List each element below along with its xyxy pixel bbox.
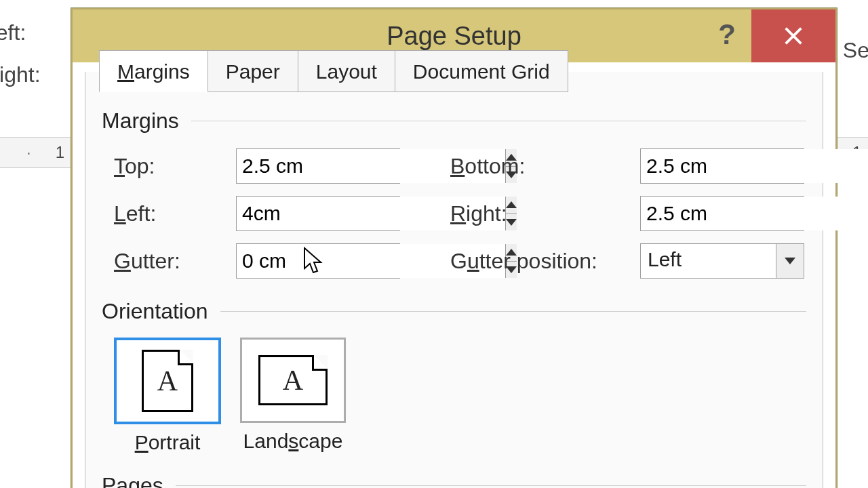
chevron-down-icon	[785, 258, 795, 264]
label-left: Left:	[114, 201, 236, 226]
right-input[interactable]	[641, 197, 868, 230]
tab-strip: Margins Paper Layout Document Grid	[99, 50, 568, 92]
tab-layout[interactable]: Layout	[298, 50, 395, 92]
tab-body: Margins Top: Bottom:	[102, 106, 806, 488]
label-gutter: Gutter:	[114, 249, 236, 274]
label-gutter-position: Gutter position:	[450, 249, 640, 274]
portrait-page-icon: A	[142, 350, 193, 412]
help-button[interactable]: ?	[707, 15, 747, 54]
gutter-position-value: Left	[641, 244, 776, 278]
gutter-position-combo[interactable]: Left	[640, 243, 804, 279]
orientation-landscape[interactable]: A Landscape	[240, 338, 346, 454]
page-setup-dialog: Page Setup ? Margins Paper Layout Docume…	[71, 8, 837, 488]
bg-indent-left-label: Left:	[0, 20, 26, 45]
close-icon	[782, 24, 805, 47]
bottom-spinner[interactable]	[640, 148, 804, 184]
margins-section-title: Margins	[102, 108, 179, 134]
tab-document-grid[interactable]: Document Grid	[395, 50, 568, 92]
orientation-row: A Portrait A Landscape	[114, 338, 806, 454]
tab-margins[interactable]: Margins	[99, 50, 208, 92]
label-top: Top:	[114, 154, 236, 179]
orientation-portrait[interactable]: A Portrait	[114, 338, 221, 454]
top-spinner[interactable]	[236, 148, 400, 184]
pages-section-title: Pages	[102, 473, 163, 488]
right-spinner[interactable]	[640, 196, 804, 231]
label-bottom: Bottom:	[450, 154, 640, 179]
gutter-position-dropdown[interactable]	[776, 244, 804, 278]
margins-grid: Top: Bottom:	[114, 148, 806, 279]
orientation-section-title: Orientation	[102, 299, 208, 324]
orientation-section-header: Orientation	[102, 299, 806, 324]
tab-paper[interactable]: Paper	[208, 50, 298, 92]
bottom-input[interactable]	[641, 149, 868, 183]
landscape-page-icon: A	[258, 355, 328, 405]
dialog-panel: Margins Paper Layout Document Grid Margi…	[85, 72, 823, 488]
gutter-spinner[interactable]	[236, 243, 400, 279]
left-spinner[interactable]	[236, 196, 400, 231]
pages-section-header: Pages	[102, 473, 806, 488]
portrait-label: Portrait	[135, 431, 201, 454]
bg-indent-right-label: Right:	[0, 62, 41, 87]
close-button[interactable]	[751, 9, 835, 62]
margins-section-header: Margins	[102, 108, 806, 134]
dialog-title: Page Setup	[387, 22, 521, 51]
landscape-label: Landscape	[243, 430, 343, 453]
bg-side-text: Se	[843, 38, 868, 63]
label-right: Right:	[450, 201, 640, 226]
